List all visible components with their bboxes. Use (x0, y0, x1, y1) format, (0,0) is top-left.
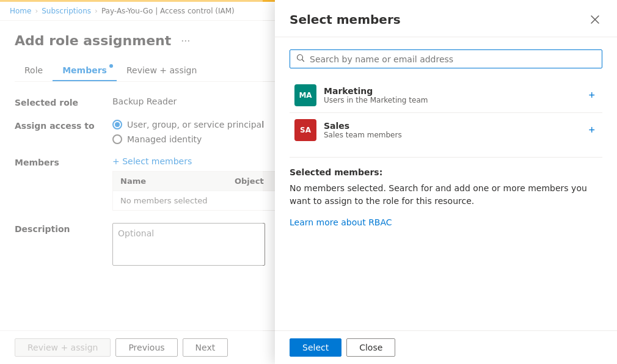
panel-header: Select members (275, 0, 617, 37)
panel-select-button[interactable]: Select (290, 338, 341, 357)
panel-title: Select members (290, 12, 401, 27)
no-members-text: No members selected. Search for and add … (290, 182, 602, 208)
close-icon (590, 15, 600, 24)
search-input[interactable] (310, 54, 596, 64)
panel-dim (0, 0, 263, 364)
panel-body: MA Marketing Users in the Marketing team… (275, 37, 617, 330)
member-item-marketing[interactable]: MA Marketing Users in the Marketing team… (290, 78, 602, 113)
search-icon (296, 54, 305, 64)
rbac-link[interactable]: Learn more about RBAC (290, 217, 392, 227)
member-name-marketing: Marketing (324, 86, 586, 96)
member-avatar-marketing: MA (294, 84, 316, 106)
member-desc-marketing: Users in the Marketing team (324, 96, 586, 104)
selected-section: Selected members: No members selected. S… (290, 157, 602, 227)
member-avatar-sales: SA (294, 119, 316, 141)
add-marketing-button[interactable]: + (586, 87, 597, 104)
search-box[interactable] (290, 49, 602, 68)
member-name-sales: Sales (324, 121, 586, 131)
panel-close-button[interactable]: Close (346, 338, 395, 357)
members-list: MA Marketing Users in the Marketing team… (290, 78, 602, 147)
selected-members-label: Selected members: (290, 167, 602, 177)
add-sales-button[interactable]: + (586, 122, 597, 139)
member-desc-sales: Sales team members (324, 131, 586, 139)
member-info-sales: Sales Sales team members (324, 121, 586, 139)
member-info-marketing: Marketing Users in the Marketing team (324, 86, 586, 104)
member-item-sales[interactable]: SA Sales Sales team members + (290, 113, 602, 147)
panel-close-icon-button[interactable] (588, 12, 602, 27)
panel-footer: Select Close (275, 330, 617, 364)
select-members-panel: Select members MA Marketing (275, 0, 617, 364)
